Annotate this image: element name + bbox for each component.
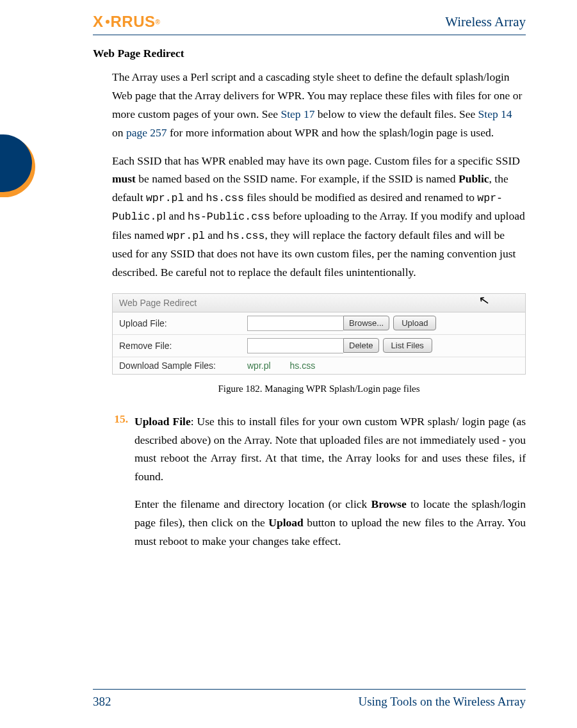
- link-step17[interactable]: Step 17: [280, 108, 314, 120]
- link-page257[interactable]: page 257: [126, 126, 167, 139]
- section-title: Web Page Redirect: [93, 47, 526, 60]
- logo: XXIRRUSRRUS®: [93, 13, 160, 31]
- link-step14[interactable]: Step 14: [478, 108, 512, 120]
- step-15: 15. Upload File: Use this to install fil…: [112, 412, 526, 487]
- download-label: Download Sample Files:: [119, 360, 247, 371]
- delete-button[interactable]: Delete: [343, 338, 379, 353]
- page-number: 382: [93, 695, 111, 709]
- upload-button[interactable]: Upload: [393, 316, 436, 330]
- browse-button[interactable]: Browse...: [343, 316, 389, 330]
- step-num: 15.: [112, 412, 134, 487]
- paragraph-1: The Array uses a Perl script and a casca…: [112, 68, 526, 142]
- fig-header: Web Page Redirect ↖: [113, 294, 525, 312]
- upload-label: Upload File:: [119, 318, 247, 328]
- figure-wpr-ui: Web Page Redirect ↖ Upload File: Browse.…: [112, 293, 526, 375]
- page-footer: 382 Using Tools on the Wireless Array: [93, 689, 526, 709]
- side-tab: [0, 134, 35, 197]
- header-title: Wireless Array: [445, 14, 526, 30]
- listfiles-button[interactable]: List Files: [383, 338, 432, 353]
- step-15-cont: Enter the filename and directory locatio…: [134, 495, 526, 551]
- upload-input[interactable]: [247, 316, 343, 331]
- figure-caption: Figure 182. Managing WPR Splash/Login pa…: [112, 384, 526, 394]
- remove-label: Remove File:: [119, 341, 247, 351]
- page-header: XXIRRUSRRUS® Wireless Array: [93, 13, 526, 35]
- remove-input[interactable]: [247, 338, 343, 353]
- footer-section: Using Tools on the Wireless Array: [358, 695, 526, 709]
- download-hs[interactable]: hs.css: [290, 360, 316, 371]
- paragraph-2: Each SSID that has WPR enabled may have …: [112, 152, 526, 282]
- download-wpr[interactable]: wpr.pl: [247, 360, 271, 371]
- cursor-icon: ↖: [478, 291, 491, 309]
